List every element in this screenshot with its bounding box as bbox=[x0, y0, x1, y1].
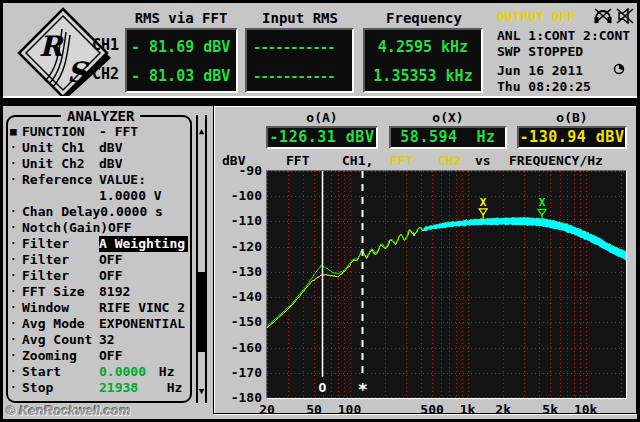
input-rms-title: Input RMS bbox=[245, 10, 355, 26]
menu-item-value: 1.0000 V bbox=[99, 188, 162, 204]
caption-part: FFT bbox=[390, 153, 413, 168]
menu-item-function[interactable]: ■FUNCTION- FFT bbox=[8, 124, 188, 140]
menu-item-value: OFF bbox=[99, 348, 122, 364]
menu-item-avg-mode[interactable]: ·Avg ModeEXPONENTIAL bbox=[8, 316, 188, 332]
bullet-icon: · bbox=[8, 204, 22, 220]
date-label: Jun 16 2011 bbox=[497, 63, 583, 78]
menu-item-reference[interactable]: ·ReferenceVALUE: bbox=[8, 172, 188, 188]
x-tick-label: 1k bbox=[460, 402, 476, 417]
ch2-label: CH2 bbox=[92, 65, 119, 83]
y-tick-label: -90 bbox=[216, 163, 262, 178]
rms-ch2-value: - 81.03 dBV bbox=[131, 62, 232, 91]
x-tick-label: 50 bbox=[306, 402, 322, 417]
menu-item-value: 8192 bbox=[99, 284, 130, 300]
bullet-icon: · bbox=[8, 300, 22, 316]
fft-plot-svg: O∗XX bbox=[267, 171, 626, 398]
menu-item-unit-ch1[interactable]: ·Unit Ch1dBV bbox=[8, 140, 188, 156]
fft-plot: O∗XX bbox=[266, 170, 627, 399]
peak-marker[interactable]: X bbox=[479, 196, 487, 221]
menu-item-label: Notch(Gain) bbox=[22, 220, 108, 236]
menu-item-unit-ch2[interactable]: ·Unit Ch2dBV bbox=[8, 156, 188, 172]
menu-item-value: OFF bbox=[99, 252, 122, 268]
menu-item-filter[interactable]: ·FilterOFF bbox=[8, 252, 188, 268]
bullet-icon: · bbox=[8, 140, 22, 156]
menu-item-label: Reference bbox=[22, 172, 99, 188]
readout-value: -126.31 dBV bbox=[266, 126, 378, 149]
peak-marker[interactable]: X bbox=[538, 196, 546, 221]
svg-text:X: X bbox=[539, 196, 546, 209]
bullet-icon: · bbox=[8, 220, 22, 236]
x-tick-label: 20 bbox=[259, 402, 275, 417]
frequency-row1: 4.2595 kHz bbox=[367, 33, 479, 62]
menu-item-value: - FFT bbox=[99, 124, 138, 140]
caption-part: FREQUENCY/Hz bbox=[509, 153, 603, 168]
menu-item-window[interactable]: ·WindowRIFE VINC 2 bbox=[8, 300, 188, 316]
menu-item-value: 21938 bbox=[99, 380, 151, 396]
menu-item-zooming[interactable]: ·ZoomingOFF bbox=[8, 348, 188, 364]
x-tick-label: 100 bbox=[338, 402, 361, 417]
menu-item-filter[interactable]: ·FilterA Weighting bbox=[8, 236, 188, 252]
y-tick-label: -110 bbox=[216, 213, 262, 228]
menu-item-label: Chan Delay bbox=[22, 204, 100, 220]
x-tick-label: 5k bbox=[542, 402, 558, 417]
no-bullet bbox=[8, 188, 22, 204]
menu-item-value: EXPONENTIAL bbox=[99, 316, 185, 332]
menu-item-value[interactable]: 1.0000 V bbox=[8, 188, 188, 204]
cursor-solid[interactable]: O bbox=[319, 171, 327, 395]
menu-item-label: Stop bbox=[22, 380, 99, 396]
rms-display: - 81.69 dBV - 81.03 dBV bbox=[125, 28, 238, 93]
bullet-icon: · bbox=[8, 316, 22, 332]
x-tick-label: 10k bbox=[574, 402, 597, 417]
menu-item-value: 32 bbox=[99, 332, 115, 348]
input-rms-row2: ----------- bbox=[253, 62, 346, 91]
y-tick-label: -170 bbox=[216, 365, 262, 380]
cursor-dashed[interactable]: ∗ bbox=[357, 171, 367, 396]
menu-item-fft-size[interactable]: ·FFT Size8192 bbox=[8, 284, 188, 300]
bullet-icon: · bbox=[8, 236, 22, 252]
menu-item-label: Window bbox=[22, 300, 99, 316]
menu-item-label: FUNCTION bbox=[22, 124, 99, 140]
menu-item-value: VALUE: bbox=[99, 172, 146, 188]
analyzer-status: ANL 1:CONT 2:CONT bbox=[497, 28, 630, 43]
menu-item-value: dBV bbox=[99, 156, 122, 172]
menu-item-label: Filter bbox=[22, 252, 99, 268]
menu-item-value: OFF bbox=[99, 268, 122, 284]
menu-item-avg-count[interactable]: ·Avg Count32 bbox=[8, 332, 188, 348]
menu-item-filter[interactable]: ·FilterOFF bbox=[8, 268, 188, 284]
menu-item-value: 0.0000 s bbox=[100, 204, 163, 220]
menu-item-stop[interactable]: ·Stop21938 Hz bbox=[8, 380, 188, 396]
scrollbar-down-icon[interactable]: ▼ bbox=[198, 387, 205, 395]
menu-item-label: Filter bbox=[22, 236, 99, 252]
menu-item-value: 0.0000 bbox=[99, 364, 151, 380]
menu-item-notch-gain-[interactable]: ·Notch(Gain)OFF bbox=[8, 220, 188, 236]
readout-label: o(X) bbox=[389, 110, 507, 125]
menu-item-start[interactable]: ·Start0.0000 Hz bbox=[8, 364, 188, 380]
menu-item-unit: Hz bbox=[151, 380, 182, 396]
bullet-icon: · bbox=[8, 364, 22, 380]
scrollbar-up-icon[interactable]: ▲ bbox=[198, 127, 205, 135]
scrollbar-thumb[interactable] bbox=[198, 272, 205, 352]
menu-item-label: Avg Mode bbox=[22, 316, 99, 332]
bullet-icon: · bbox=[8, 348, 22, 364]
menu-item-chan-delay[interactable]: ·Chan Delay0.0000 s bbox=[8, 204, 188, 220]
cursor-marker-glyph: O bbox=[319, 380, 327, 395]
svg-text:S: S bbox=[67, 56, 90, 89]
watermark: © KenRockwell.com bbox=[6, 403, 130, 418]
menu-item-unit: Hz bbox=[151, 364, 174, 380]
output-status: OUTPUT OFF bbox=[497, 9, 575, 24]
caption-part: vs bbox=[475, 153, 491, 168]
time-label: Thu 08:20:25 bbox=[497, 79, 591, 94]
frequency-title: Frequency bbox=[363, 10, 485, 26]
menu-item-label: Zooming bbox=[22, 348, 99, 364]
y-tick-label: -160 bbox=[216, 340, 262, 355]
cursor-marker-glyph: ∗ bbox=[357, 376, 367, 396]
headphones-off-icon bbox=[594, 8, 612, 24]
menu-item-label: Avg Count bbox=[22, 332, 99, 348]
graph-panel: o(A)-126.31 dBVo(X)58.594 Hzo(B)-130.94 … bbox=[213, 105, 637, 414]
menu-scrollbar[interactable]: ▲ ▼ bbox=[196, 115, 207, 403]
bullet-icon: · bbox=[8, 252, 22, 268]
svg-text:X: X bbox=[480, 196, 487, 209]
selected-bullet-icon: ■ bbox=[8, 124, 22, 140]
grid bbox=[267, 171, 626, 398]
trace-overlap-band bbox=[424, 217, 626, 261]
